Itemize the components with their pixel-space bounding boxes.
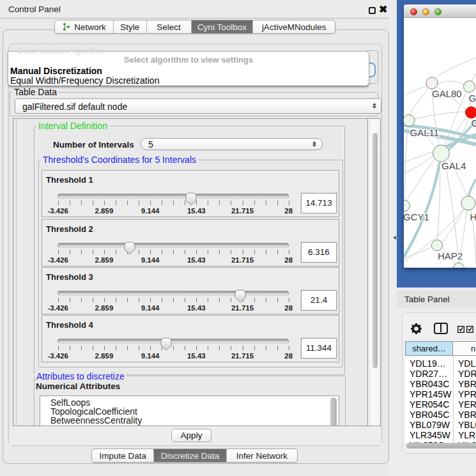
svg-text:GAL4: GAL4 (441, 160, 466, 171)
svg-text:C: C (472, 118, 476, 128)
svg-text:GCY1: GCY1 (404, 211, 429, 222)
svg-text:HAP2: HAP2 (438, 250, 463, 261)
svg-text:GAL80: GAL80 (432, 88, 462, 99)
svg-text:GAL11: GAL11 (410, 127, 440, 138)
svg-text:H: H (470, 211, 476, 222)
svg-text:GA: GA (469, 93, 476, 104)
